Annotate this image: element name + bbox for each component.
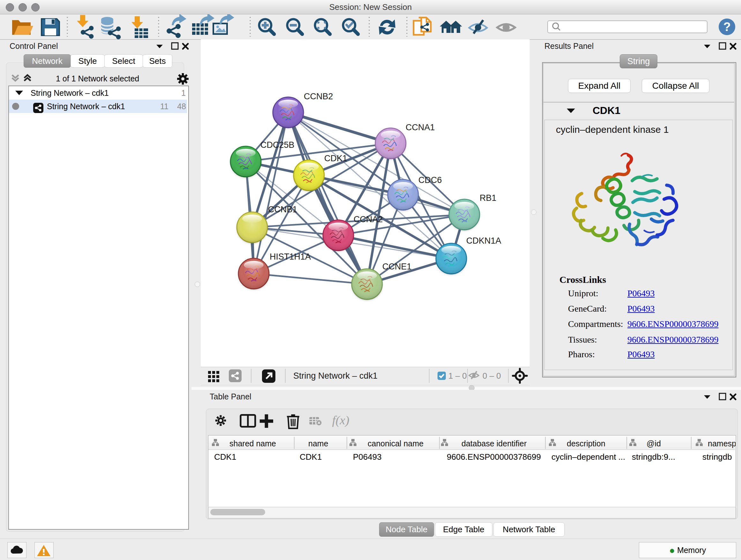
svg-text:CDC25B: CDC25B: [260, 140, 294, 150]
svg-text:CCNE1: CCNE1: [382, 262, 412, 271]
svg-text:RB1: RB1: [480, 193, 496, 203]
svg-text:1 – 0: 1 – 0: [448, 371, 467, 381]
svg-text:CCNA2: CCNA2: [354, 214, 383, 224]
svg-text:CDKN1A: CDKN1A: [466, 236, 501, 246]
svg-text:?: ?: [723, 20, 731, 34]
svg-text:CCNB1: CCNB1: [268, 205, 297, 214]
svg-text:HIST1H1A: HIST1H1A: [270, 252, 311, 261]
svg-text:CDC6: CDC6: [418, 175, 442, 185]
svg-text:0 – 0: 0 – 0: [482, 371, 501, 381]
svg-text:CCNA1: CCNA1: [406, 123, 435, 132]
svg-text:CCNB2: CCNB2: [304, 91, 333, 101]
svg-text:f(x): f(x): [332, 413, 349, 427]
svg-text:CDK1: CDK1: [324, 153, 347, 163]
